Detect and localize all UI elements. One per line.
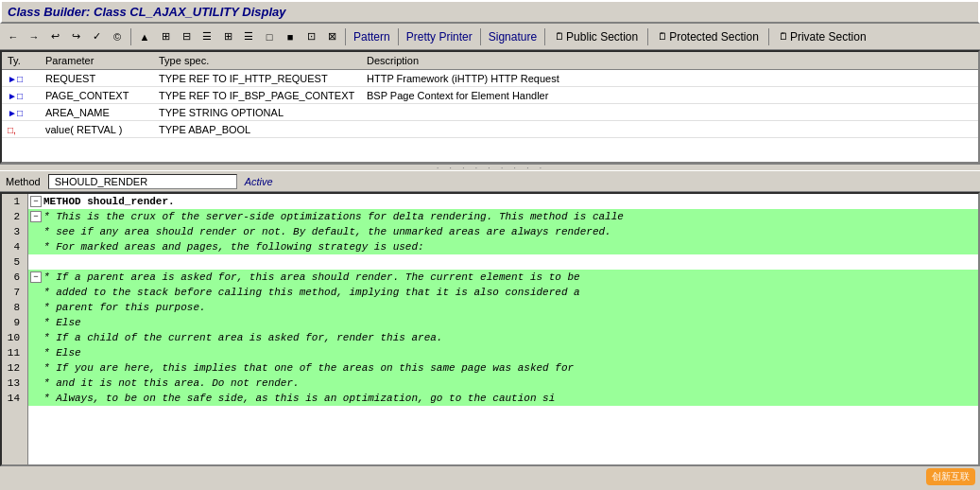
- code-text: * Else: [43, 347, 81, 359]
- code-text: * Always, to be on the safe side, as thi…: [43, 393, 555, 404]
- code-line[interactable]: * If you are here, this implies that one…: [28, 360, 978, 376]
- move-up-button[interactable]: ▲: [135, 27, 154, 46]
- row-ty-1: ►□: [2, 72, 40, 85]
- code-line[interactable]: * parent for this purpose.: [28, 300, 978, 315]
- table-header: Ty. Parameter Type spec. Description: [2, 52, 978, 70]
- public-section-button[interactable]: 🗒 Public Section: [549, 27, 644, 46]
- row-desc-3: [361, 112, 739, 114]
- separator-2: [345, 28, 346, 45]
- separator-6: [647, 28, 648, 45]
- line-number: 13: [6, 376, 24, 391]
- line-number: 3: [6, 224, 24, 239]
- line-numbers: 1234567891011121314: [2, 194, 28, 464]
- code-editor[interactable]: 1234567891011121314 −METHOD should_rende…: [0, 192, 980, 466]
- code-text: * If a parent area is asked for, this ar…: [43, 271, 580, 283]
- line-number: 2: [6, 209, 24, 224]
- line-number: 7: [6, 285, 24, 300]
- row-param-2: PAGE_CONTEXT: [40, 89, 153, 102]
- separator-5: [544, 28, 545, 45]
- table-row[interactable]: ►□ REQUEST TYPE REF TO IF_HTTP_REQUEST H…: [2, 70, 978, 87]
- splitter-handle: · · · · · · · · ·: [436, 164, 545, 172]
- private-section-button[interactable]: 🗒 Private Section: [773, 27, 872, 46]
- list-button[interactable]: ☰: [239, 27, 258, 46]
- code-line[interactable]: −* If a parent area is asked for, this a…: [28, 270, 978, 285]
- separator-1: [130, 28, 131, 45]
- method-status: Active: [245, 176, 273, 187]
- row-type-1: TYPE REF TO IF_HTTP_REQUEST: [153, 72, 361, 85]
- page-icon: 🗒: [555, 31, 564, 42]
- fold-button[interactable]: −: [30, 271, 42, 283]
- parameter-table: Ty. Parameter Type spec. Description ►□ …: [0, 50, 980, 164]
- protected-section-button[interactable]: 🗒 Protected Section: [652, 27, 765, 46]
- row-ty-3: ►□: [2, 106, 40, 119]
- forward-button[interactable]: →: [25, 27, 43, 46]
- fold-button[interactable]: −: [30, 211, 42, 222]
- splitter[interactable]: · · · · · · · · ·: [0, 164, 980, 171]
- code-text: * added to the stack before calling this…: [43, 287, 580, 298]
- signature-button[interactable]: Signature: [485, 27, 541, 46]
- activate-button[interactable]: ©: [108, 27, 127, 46]
- close2-button[interactable]: ⊠: [322, 27, 341, 46]
- table-button[interactable]: ☰: [198, 27, 216, 46]
- info-button[interactable]: ■: [281, 27, 300, 46]
- row-desc-2: BSP Page Context for Element Handler: [361, 89, 739, 102]
- code-text: * For marked areas and pages, the follow…: [43, 241, 424, 253]
- method-name-box[interactable]: SHOULD_RENDER: [48, 174, 237, 189]
- row-desc-1: HTTP Framework (iHTTP) HTTP Request: [361, 72, 739, 85]
- table-row[interactable]: ►□ PAGE_CONTEXT TYPE REF TO IF_BSP_PAGE_…: [2, 87, 978, 104]
- table-row[interactable]: □, value( RETVAL ) TYPE ABAP_BOOL: [2, 121, 978, 138]
- line-number: 12: [6, 360, 24, 376]
- pretty-printer-button[interactable]: Pretty Printer: [403, 27, 476, 46]
- code-line[interactable]: * Always, to be on the safe side, as thi…: [28, 391, 978, 406]
- code-text: * Else: [43, 317, 81, 328]
- code-line[interactable]: * see if any area should render or not. …: [28, 224, 978, 239]
- page3-icon: 🗒: [779, 31, 788, 42]
- code-text: * This is the crux of the server-side op…: [43, 211, 624, 222]
- line-number: 11: [6, 345, 24, 360]
- code-text: METHOD should_render.: [43, 196, 175, 207]
- line-number: 14: [6, 391, 24, 406]
- table-row[interactable]: ►□ AREA_NAME TYPE STRING OPTIONAL: [2, 104, 978, 121]
- check-button[interactable]: ✓: [87, 27, 106, 46]
- square-button[interactable]: □: [260, 27, 279, 46]
- redo-button[interactable]: ↪: [66, 27, 85, 46]
- code-line[interactable]: [28, 254, 978, 270]
- row-type-4: TYPE ABAP_BOOL: [153, 123, 361, 136]
- code-text: * If a child of the current area is aske…: [43, 332, 442, 343]
- code-line[interactable]: * added to the stack before calling this…: [28, 285, 978, 300]
- back-button[interactable]: ←: [4, 27, 23, 46]
- code-line[interactable]: * and it is not this area. Do not render…: [28, 376, 978, 391]
- pattern-button[interactable]: Pattern: [350, 27, 394, 46]
- prop-button[interactable]: ⊡: [301, 27, 320, 46]
- sub-button[interactable]: ⊟: [177, 27, 196, 46]
- toolbar: ← → ↩ ↪ ✓ © ▲ ⊞ ⊟ ☰ ⊞ ☰ □ ■ ⊡ ⊠ Pattern …: [0, 24, 980, 50]
- refresh-button[interactable]: ↩: [45, 27, 64, 46]
- row-param-1: REQUEST: [40, 72, 153, 85]
- code-line[interactable]: −* This is the crux of the server-side o…: [28, 209, 978, 224]
- row-type-3: TYPE STRING OPTIONAL: [153, 106, 361, 119]
- th-ty: Ty.: [2, 54, 40, 67]
- title-bar: Class Builder: Class CL_AJAX_UTILITY Dis…: [0, 0, 980, 24]
- line-number: 10: [6, 330, 24, 345]
- row-ty-4: □,: [2, 123, 40, 136]
- row-ty-2: ►□: [2, 89, 40, 102]
- fold-button[interactable]: −: [30, 196, 42, 207]
- code-content[interactable]: −METHOD should_render.−* This is the cru…: [28, 194, 978, 464]
- code-text: * and it is not this area. Do not render…: [43, 377, 300, 389]
- grid-button[interactable]: ⊞: [218, 27, 237, 46]
- code-line[interactable]: −METHOD should_render.: [28, 194, 978, 209]
- separator-7: [768, 28, 769, 45]
- line-number: 5: [6, 254, 24, 270]
- insert-button[interactable]: ⊞: [156, 27, 175, 46]
- title-text: Class Builder: Class CL_AJAX_UTILITY Dis…: [8, 5, 286, 19]
- row-desc-4: [361, 129, 739, 131]
- code-line[interactable]: * If a child of the current area is aske…: [28, 330, 978, 345]
- row-type-2: TYPE REF TO IF_BSP_PAGE_CONTEXT: [153, 89, 361, 102]
- code-line[interactable]: * For marked areas and pages, the follow…: [28, 239, 978, 254]
- th-type: Type spec.: [153, 54, 361, 67]
- th-desc: Description: [361, 54, 739, 67]
- code-line[interactable]: * Else: [28, 315, 978, 330]
- separator-3: [398, 28, 399, 45]
- code-line[interactable]: * Else: [28, 345, 978, 360]
- method-label: Method: [6, 176, 41, 187]
